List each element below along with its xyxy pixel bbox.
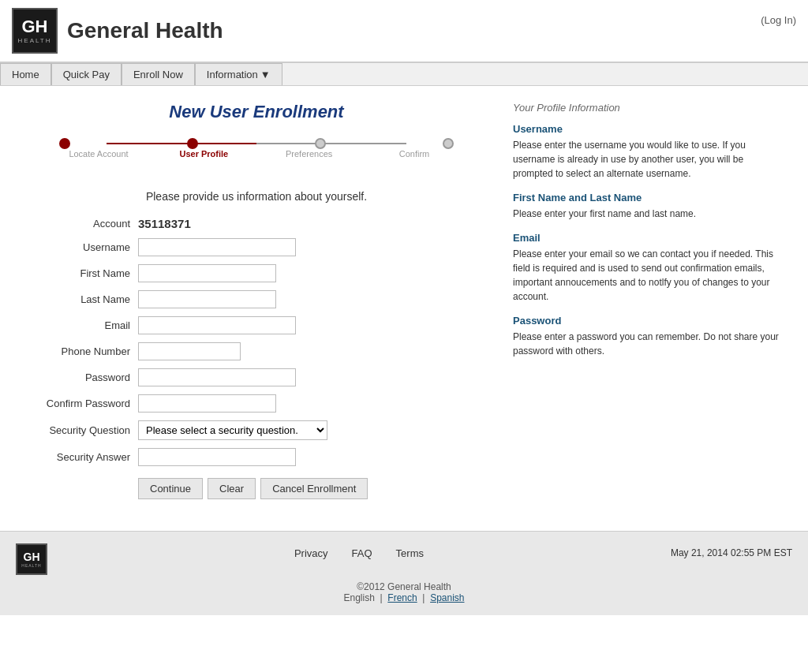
continue-button[interactable]: Continue: [138, 478, 203, 499]
step-dot-2: [187, 138, 198, 149]
confirm-password-row: Confirm Password: [24, 394, 489, 413]
main: New User Enrollment Locate: [0, 86, 808, 515]
security-answer-label: Security Answer: [24, 451, 138, 463]
email-row: Email: [24, 316, 489, 334]
site-title: General Health: [67, 18, 223, 43]
lastname-label: Last Name: [24, 293, 138, 305]
email-label: Email: [24, 319, 138, 331]
phone-row: Phone Number: [24, 342, 489, 360]
privacy-link[interactable]: Privacy: [294, 547, 328, 559]
footer-bottom: ©2012 General Health: [16, 581, 792, 592]
info-password: Password Please enter a password you can…: [513, 315, 784, 358]
lastname-input[interactable]: [138, 290, 276, 308]
progress-steps: [59, 138, 454, 149]
footer-links: Privacy FAQ Terms: [63, 543, 655, 559]
info-email-text: Please enter your email so we can contac…: [513, 247, 784, 304]
firstname-input[interactable]: [138, 264, 276, 282]
nav: Home Quick Pay Enroll Now Information ▼: [0, 62, 808, 86]
info-name-text: Please enter your first name and last na…: [513, 207, 784, 221]
info-email-title: Email: [513, 232, 784, 244]
info-username-title: Username: [513, 123, 784, 135]
info-name: First Name and Last Name Please enter yo…: [513, 192, 784, 221]
info-password-title: Password: [513, 315, 784, 327]
step-dot-3: [315, 138, 326, 149]
progress-line-active: [107, 143, 256, 144]
step-user-profile: [187, 138, 198, 149]
security-question-row: Security Question Please select a securi…: [24, 420, 489, 440]
info-password-text: Please enter a password you can remember…: [513, 330, 784, 358]
clear-button[interactable]: Clear: [208, 478, 256, 499]
logo-letters: GH: [22, 18, 48, 35]
password-row: Password: [24, 368, 489, 386]
account-row: Account 35118371: [24, 217, 489, 230]
info-username: Username Please enter the username you w…: [513, 123, 784, 181]
security-question-select[interactable]: Please select a security question.: [138, 420, 327, 440]
dropdown-arrow-icon: ▼: [260, 69, 271, 80]
password-label: Password: [24, 371, 138, 383]
account-value: 35118371: [138, 217, 191, 230]
login-link[interactable]: (Log In): [761, 8, 796, 26]
footer-language: English | French | Spanish: [16, 592, 792, 603]
info-email: Email Please enter your email so we can …: [513, 232, 784, 304]
info-name-title: First Name and Last Name: [513, 192, 784, 203]
form-area: New User Enrollment Locate: [24, 102, 489, 499]
nav-quick-pay[interactable]: Quick Pay: [51, 63, 122, 85]
password-input[interactable]: [138, 368, 296, 386]
step-dot-4: [443, 138, 454, 149]
form-description: Please provide us information about your…: [24, 190, 489, 203]
nav-home[interactable]: Home: [0, 63, 51, 85]
cancel-enrollment-button[interactable]: Cancel Enrollment: [260, 478, 368, 499]
step-locate-account: [59, 138, 70, 149]
terms-link[interactable]: Terms: [396, 547, 424, 559]
step-preferences: [315, 138, 326, 149]
firstname-row: First Name: [24, 264, 489, 282]
step-label-3: Preferences: [270, 149, 349, 159]
footer: GH HEALTH Privacy FAQ Terms May 21, 2014…: [0, 531, 808, 615]
lang-french-link[interactable]: French: [387, 592, 417, 603]
username-row: Username: [24, 238, 489, 256]
step-label-1: Locate Account: [59, 149, 138, 159]
confirm-password-label: Confirm Password: [24, 398, 138, 409]
button-row: Continue Clear Cancel Enrollment: [138, 478, 489, 499]
confirm-password-input[interactable]: [138, 394, 276, 413]
security-answer-input[interactable]: [138, 448, 296, 466]
footer-logo-letters: GH: [24, 551, 40, 563]
logo-sub: HEALTH: [18, 37, 52, 44]
step-dot-1: [59, 138, 70, 149]
username-label: Username: [24, 241, 138, 253]
security-answer-row: Security Answer: [24, 448, 489, 466]
username-input[interactable]: [138, 238, 296, 256]
steps-labels: Locate Account User Profile Preferences …: [59, 149, 454, 159]
account-label: Account: [24, 218, 138, 230]
footer-inner: GH HEALTH Privacy FAQ Terms May 21, 2014…: [16, 543, 792, 575]
nav-enroll-now[interactable]: Enroll Now: [122, 63, 195, 85]
footer-logo: GH HEALTH: [16, 543, 47, 575]
footer-logo-sub: HEALTH: [21, 563, 41, 568]
security-question-label: Security Question: [24, 424, 138, 436]
nav-information[interactable]: Information ▼: [195, 63, 282, 85]
enrollment-form: Account 35118371 Username First Name Las…: [24, 217, 489, 499]
faq-link[interactable]: FAQ: [352, 547, 372, 559]
logo-box: GH HEALTH: [12, 8, 58, 54]
page-title: New User Enrollment: [24, 102, 489, 122]
phone-label: Phone Number: [24, 345, 138, 357]
info-username-text: Please enter the username you would like…: [513, 138, 784, 181]
firstname-label: First Name: [24, 267, 138, 279]
lang-english: English: [344, 592, 375, 603]
step-label-4: Confirm: [375, 149, 454, 159]
footer-datetime: May 21, 2014 02:55 PM EST: [671, 543, 792, 558]
step-label-2: User Profile: [164, 149, 243, 159]
info-panel-title: Your Profile Information: [513, 102, 784, 114]
lang-spanish-link[interactable]: Spanish: [430, 592, 464, 603]
lastname-row: Last Name: [24, 290, 489, 308]
header: GH HEALTH General Health (Log In): [0, 0, 808, 62]
email-input[interactable]: [138, 316, 296, 334]
copyright: ©2012 General Health: [357, 581, 451, 592]
info-panel: Your Profile Information Username Please…: [489, 102, 784, 499]
phone-input[interactable]: [138, 342, 241, 360]
logo-area: GH HEALTH General Health: [12, 8, 223, 54]
step-confirm: [443, 138, 454, 149]
